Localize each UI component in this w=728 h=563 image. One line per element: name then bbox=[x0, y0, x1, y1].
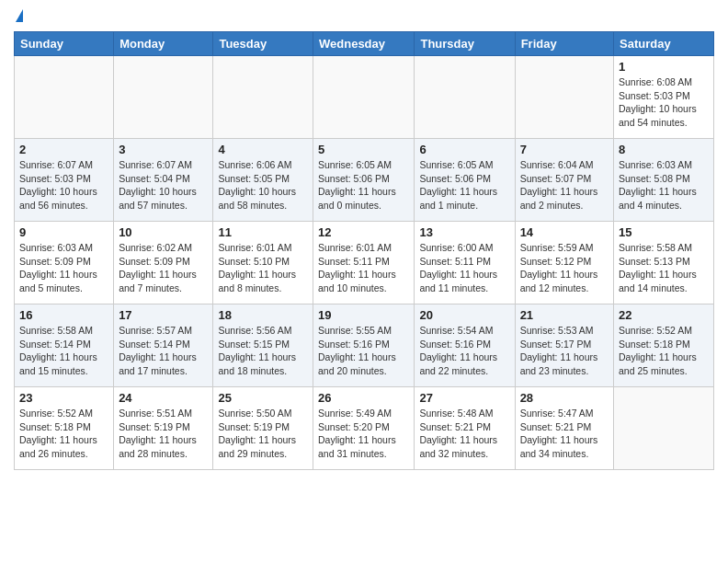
calendar-table: SundayMondayTuesdayWednesdayThursdayFrid… bbox=[14, 31, 714, 470]
week-row-1: 1Sunrise: 6:08 AMSunset: 5:03 PMDaylight… bbox=[15, 56, 714, 139]
day-info: Sunrise: 5:58 AMSunset: 5:13 PMDaylight:… bbox=[619, 241, 709, 295]
calendar-cell: 17Sunrise: 5:57 AMSunset: 5:14 PMDayligh… bbox=[114, 304, 213, 387]
weekday-header-thursday: Thursday bbox=[415, 32, 515, 56]
week-row-5: 23Sunrise: 5:52 AMSunset: 5:18 PMDayligh… bbox=[15, 387, 714, 470]
day-number: 2 bbox=[19, 143, 108, 156]
calendar-cell: 14Sunrise: 5:59 AMSunset: 5:12 PMDayligh… bbox=[515, 222, 613, 304]
day-number: 25 bbox=[218, 391, 308, 405]
day-number: 27 bbox=[419, 391, 509, 405]
day-number: 7 bbox=[520, 143, 609, 156]
day-number: 23 bbox=[19, 391, 108, 405]
day-info: Sunrise: 6:02 AMSunset: 5:09 PMDaylight:… bbox=[119, 241, 208, 295]
calendar-cell: 15Sunrise: 5:58 AMSunset: 5:13 PMDayligh… bbox=[614, 222, 714, 304]
calendar-cell: 2Sunrise: 6:07 AMSunset: 5:03 PMDaylight… bbox=[15, 139, 114, 222]
day-info: Sunrise: 6:03 AMSunset: 5:09 PMDaylight:… bbox=[19, 241, 108, 295]
calendar-cell: 9Sunrise: 6:03 AMSunset: 5:09 PMDaylight… bbox=[15, 222, 114, 304]
day-number: 5 bbox=[318, 143, 409, 156]
day-info: Sunrise: 6:03 AMSunset: 5:08 PMDaylight:… bbox=[619, 158, 709, 213]
day-number: 14 bbox=[520, 225, 609, 239]
day-number: 10 bbox=[119, 225, 208, 239]
weekday-header-saturday: Saturday bbox=[614, 32, 714, 56]
week-row-2: 2Sunrise: 6:07 AMSunset: 5:03 PMDaylight… bbox=[15, 139, 714, 222]
day-info: Sunrise: 6:01 AMSunset: 5:10 PMDaylight:… bbox=[218, 241, 308, 295]
day-info: Sunrise: 6:07 AMSunset: 5:04 PMDaylight:… bbox=[119, 158, 208, 213]
day-info: Sunrise: 5:49 AMSunset: 5:20 PMDaylight:… bbox=[318, 407, 409, 461]
day-number: 4 bbox=[218, 143, 308, 156]
calendar-cell: 22Sunrise: 5:52 AMSunset: 5:18 PMDayligh… bbox=[614, 304, 714, 387]
day-info: Sunrise: 5:53 AMSunset: 5:17 PMDaylight:… bbox=[520, 324, 609, 378]
calendar-cell: 11Sunrise: 6:01 AMSunset: 5:10 PMDayligh… bbox=[213, 222, 313, 304]
calendar-cell: 3Sunrise: 6:07 AMSunset: 5:04 PMDaylight… bbox=[114, 139, 213, 222]
day-number: 20 bbox=[419, 308, 509, 322]
day-number: 26 bbox=[318, 391, 409, 405]
calendar-cell bbox=[213, 56, 313, 139]
day-number: 13 bbox=[419, 225, 509, 239]
calendar-cell bbox=[114, 56, 213, 139]
calendar-cell: 1Sunrise: 6:08 AMSunset: 5:03 PMDaylight… bbox=[614, 56, 714, 139]
calendar-cell: 7Sunrise: 6:04 AMSunset: 5:07 PMDaylight… bbox=[515, 139, 613, 222]
day-number: 3 bbox=[119, 143, 208, 156]
day-number: 1 bbox=[619, 60, 709, 74]
day-info: Sunrise: 6:00 AMSunset: 5:11 PMDaylight:… bbox=[419, 241, 509, 295]
calendar-cell bbox=[15, 56, 114, 139]
day-number: 17 bbox=[119, 308, 208, 322]
day-number: 8 bbox=[619, 143, 709, 156]
calendar-cell: 4Sunrise: 6:06 AMSunset: 5:05 PMDaylight… bbox=[213, 139, 313, 222]
day-info: Sunrise: 5:58 AMSunset: 5:14 PMDaylight:… bbox=[19, 324, 108, 378]
day-number: 12 bbox=[318, 225, 409, 239]
day-info: Sunrise: 5:52 AMSunset: 5:18 PMDaylight:… bbox=[619, 324, 709, 378]
calendar-cell: 6Sunrise: 6:05 AMSunset: 5:06 PMDaylight… bbox=[415, 139, 515, 222]
day-info: Sunrise: 5:47 AMSunset: 5:21 PMDaylight:… bbox=[520, 407, 609, 461]
calendar-cell bbox=[415, 56, 515, 139]
day-info: Sunrise: 6:01 AMSunset: 5:11 PMDaylight:… bbox=[318, 241, 409, 295]
page-header bbox=[14, 9, 714, 24]
calendar-cell bbox=[515, 56, 613, 139]
day-info: Sunrise: 5:59 AMSunset: 5:12 PMDaylight:… bbox=[520, 241, 609, 295]
calendar-cell: 8Sunrise: 6:03 AMSunset: 5:08 PMDaylight… bbox=[614, 139, 714, 222]
calendar-cell bbox=[614, 387, 714, 470]
day-info: Sunrise: 5:50 AMSunset: 5:19 PMDaylight:… bbox=[218, 407, 308, 461]
day-info: Sunrise: 5:51 AMSunset: 5:19 PMDaylight:… bbox=[119, 407, 208, 461]
day-info: Sunrise: 6:04 AMSunset: 5:07 PMDaylight:… bbox=[520, 158, 609, 213]
weekday-header-sunday: Sunday bbox=[15, 32, 114, 56]
day-info: Sunrise: 5:55 AMSunset: 5:16 PMDaylight:… bbox=[318, 324, 409, 378]
day-info: Sunrise: 6:08 AMSunset: 5:03 PMDaylight:… bbox=[619, 75, 709, 130]
day-info: Sunrise: 5:54 AMSunset: 5:16 PMDaylight:… bbox=[419, 324, 509, 378]
day-info: Sunrise: 5:48 AMSunset: 5:21 PMDaylight:… bbox=[419, 407, 509, 461]
calendar-cell: 19Sunrise: 5:55 AMSunset: 5:16 PMDayligh… bbox=[313, 304, 415, 387]
day-info: Sunrise: 5:56 AMSunset: 5:15 PMDaylight:… bbox=[218, 324, 308, 378]
calendar-cell: 20Sunrise: 5:54 AMSunset: 5:16 PMDayligh… bbox=[415, 304, 515, 387]
calendar-cell: 28Sunrise: 5:47 AMSunset: 5:21 PMDayligh… bbox=[515, 387, 613, 470]
day-number: 11 bbox=[218, 225, 308, 239]
logo bbox=[14, 9, 23, 24]
calendar-cell: 16Sunrise: 5:58 AMSunset: 5:14 PMDayligh… bbox=[15, 304, 114, 387]
day-number: 24 bbox=[119, 391, 208, 405]
calendar-cell: 12Sunrise: 6:01 AMSunset: 5:11 PMDayligh… bbox=[313, 222, 415, 304]
calendar-cell: 26Sunrise: 5:49 AMSunset: 5:20 PMDayligh… bbox=[313, 387, 415, 470]
day-number: 18 bbox=[218, 308, 308, 322]
calendar-cell: 21Sunrise: 5:53 AMSunset: 5:17 PMDayligh… bbox=[515, 304, 613, 387]
weekday-header-row: SundayMondayTuesdayWednesdayThursdayFrid… bbox=[15, 32, 714, 56]
day-info: Sunrise: 6:05 AMSunset: 5:06 PMDaylight:… bbox=[318, 158, 409, 213]
day-number: 22 bbox=[619, 308, 709, 322]
calendar-cell: 5Sunrise: 6:05 AMSunset: 5:06 PMDaylight… bbox=[313, 139, 415, 222]
calendar-cell: 13Sunrise: 6:00 AMSunset: 5:11 PMDayligh… bbox=[415, 222, 515, 304]
calendar-cell: 27Sunrise: 5:48 AMSunset: 5:21 PMDayligh… bbox=[415, 387, 515, 470]
logo-triangle-icon bbox=[16, 9, 23, 22]
day-number: 21 bbox=[520, 308, 609, 322]
weekday-header-wednesday: Wednesday bbox=[313, 32, 415, 56]
weekday-header-friday: Friday bbox=[515, 32, 613, 56]
week-row-3: 9Sunrise: 6:03 AMSunset: 5:09 PMDaylight… bbox=[15, 222, 714, 304]
day-number: 6 bbox=[419, 143, 509, 156]
calendar-cell bbox=[313, 56, 415, 139]
calendar-cell: 10Sunrise: 6:02 AMSunset: 5:09 PMDayligh… bbox=[114, 222, 213, 304]
day-info: Sunrise: 6:05 AMSunset: 5:06 PMDaylight:… bbox=[419, 158, 509, 213]
day-number: 15 bbox=[619, 225, 709, 239]
day-number: 28 bbox=[520, 391, 609, 405]
calendar-cell: 23Sunrise: 5:52 AMSunset: 5:18 PMDayligh… bbox=[15, 387, 114, 470]
day-info: Sunrise: 6:07 AMSunset: 5:03 PMDaylight:… bbox=[19, 158, 108, 213]
weekday-header-monday: Monday bbox=[114, 32, 213, 56]
calendar-cell: 25Sunrise: 5:50 AMSunset: 5:19 PMDayligh… bbox=[213, 387, 313, 470]
weekday-header-tuesday: Tuesday bbox=[213, 32, 313, 56]
calendar-cell: 18Sunrise: 5:56 AMSunset: 5:15 PMDayligh… bbox=[213, 304, 313, 387]
